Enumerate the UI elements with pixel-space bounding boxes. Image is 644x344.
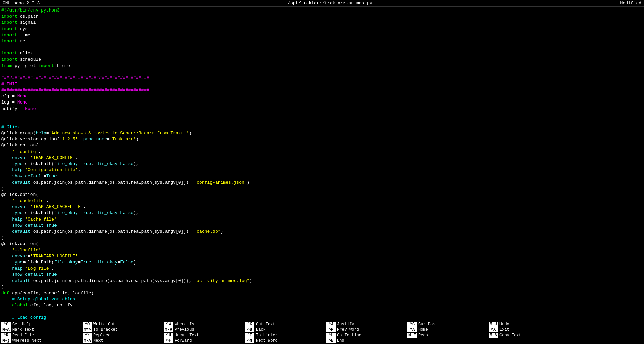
key-forward: ^F: [164, 338, 173, 343]
label-to-bracket: To Bracket: [93, 327, 118, 332]
key-where-is: ^W: [164, 322, 173, 327]
key-back: ^B: [245, 327, 254, 332]
line-51: # Load config: [0, 315, 644, 321]
label-whereis-next: WhereIs Next: [12, 338, 41, 343]
label-undo: Undo: [499, 322, 509, 327]
key-get-help: ^G: [1, 322, 11, 327]
bottom-uncut-text: ^U Uncut Text: [162, 332, 244, 338]
line-34: type=click.Path(file_okay=True, dir_okay…: [0, 210, 644, 216]
bottom-bar: ^G Get Help ^O Write Out ^W Where Is ^K …: [0, 321, 644, 344]
key-prev-word: ^P: [326, 327, 336, 332]
line-17: notify = None: [0, 106, 644, 112]
line-49: global cfg, log, notify: [0, 302, 644, 308]
bottom-previous: M-A Previous: [162, 327, 244, 332]
label-prev-word: Prev Word: [337, 327, 359, 332]
line-1: #!/usr/bin/env python3: [0, 7, 644, 14]
label-exit: Exit: [499, 327, 509, 332]
bottom-mark-text: M-A Mark Text: [0, 327, 81, 332]
key-read-file: ^R: [1, 333, 11, 338]
line-2: import os.path: [0, 14, 644, 20]
line-23: @click.option(: [0, 142, 644, 148]
line-6: import re: [0, 38, 644, 44]
label-copy-text: Copy Text: [499, 333, 521, 338]
line-33: envvar='TRAKTARR_CACHEFILE',: [0, 204, 644, 210]
bottom-exit: ^X Exit: [487, 327, 569, 332]
label-justify: Justify: [337, 322, 354, 327]
key-to-bracket: M=>: [83, 327, 92, 332]
key-end: ^E: [326, 338, 336, 343]
key-to-linter: ^T: [245, 333, 254, 338]
line-36: show_default=True,: [0, 223, 644, 229]
bottom-undo: M-U Undo: [487, 322, 569, 327]
bottom-where-is: ^W Where Is: [162, 322, 244, 327]
line-48: # Setup global variables: [0, 296, 644, 302]
bottom-next-word: ^N Next Word: [244, 338, 325, 343]
key-write-out: ^O: [83, 322, 92, 327]
label-mark-text: Mark Text: [12, 327, 34, 332]
label-uncut-text: Uncut Text: [175, 333, 199, 338]
bottom-justify: ^J Justify: [325, 322, 406, 327]
key-justify: ^J: [326, 322, 336, 327]
label-previous: Previous: [175, 327, 194, 332]
line-10: from pyfiglet import Figlet: [0, 63, 644, 69]
bottom-forward: ^F Forward: [162, 338, 244, 343]
key-copy-text: M-6: [489, 333, 498, 338]
key-exit: ^X: [489, 327, 498, 332]
line-29: default=os.path.join(os.path.dirname(os.…: [0, 180, 644, 186]
key-uncut-text: ^U: [164, 333, 173, 338]
key-redo: M-E: [407, 333, 417, 338]
bottom-write-out: ^O Write Out: [81, 322, 162, 327]
line-26: type=click.Path(file_okay=True, dir_okay…: [0, 161, 644, 167]
line-35: help='Cache file',: [0, 216, 644, 223]
line-21: @click.group(help='Add new shows & movie…: [0, 130, 644, 136]
label-to-linter: To Linter: [256, 333, 278, 338]
line-3: import signal: [0, 20, 644, 26]
line-50: [0, 308, 644, 315]
label-cur-pos: Cur Pos: [418, 322, 435, 327]
title-bar: GNU nano 2.9.3 /opt/traktarr/traktarr-an…: [0, 0, 644, 7]
line-45: default=os.path.join(os.path.dirname(os.…: [0, 278, 644, 284]
line-18: [0, 112, 644, 118]
line-40: '--logfile',: [0, 247, 644, 253]
label-where-is: Where Is: [175, 322, 194, 327]
line-25: envvar='TRAKTARR_CONFIG',: [0, 155, 644, 161]
bottom-read-file: ^R Read File: [0, 332, 81, 338]
line-32: '--cachefile',: [0, 198, 644, 204]
key-mark-text: M-A: [1, 327, 11, 332]
key-previous: M-A: [164, 327, 173, 332]
line-42: type=click.Path(file_okay=True, dir_okay…: [0, 259, 644, 266]
line-9: import schedule: [0, 56, 644, 63]
line-30: ): [0, 186, 644, 192]
bottom-next: M-A Next: [81, 338, 162, 343]
label-end: End: [337, 338, 345, 343]
line-28: show_default=True,: [0, 173, 644, 179]
label-cut-text: Cut Text: [256, 322, 275, 327]
key-cut-text: ^K: [245, 322, 254, 327]
key-go-to-line: ^L: [326, 333, 336, 338]
bottom-copy-text: M-6 Copy Text: [487, 332, 569, 338]
bottom-cur-pos: ^C Cur Pos: [406, 322, 487, 327]
bottom-prev-word: ^P Prev Word: [325, 327, 406, 332]
title-left: GNU nano 2.9.3: [3, 1, 40, 6]
bottom-redo: M-E Redo: [406, 332, 487, 338]
label-read-file: Read File: [12, 333, 34, 338]
key-next: M-A: [83, 338, 92, 343]
line-11: [0, 69, 644, 75]
line-27: help='Configuration file',: [0, 167, 644, 173]
line-24: '--config',: [0, 149, 644, 155]
bottom-back: ^B Back: [244, 327, 325, 332]
key-whereis-next: M-}: [1, 338, 11, 343]
label-replace: Replace: [93, 333, 110, 338]
line-13: # INIT: [0, 81, 644, 87]
line-43: help='Log file',: [0, 266, 644, 272]
label-back: Back: [256, 327, 266, 332]
key-replace: ^\: [83, 333, 92, 338]
bottom-cut-text: ^K Cut Text: [244, 322, 325, 327]
key-next-word: ^N: [245, 338, 254, 343]
bottom-go-to-line: ^L Go To Line: [325, 332, 406, 338]
label-next: Next: [93, 338, 103, 343]
bottom-end: ^E End: [325, 338, 406, 343]
line-16: log = None: [0, 99, 644, 106]
line-44: show_default=True,: [0, 272, 644, 278]
label-go-to-line: Go To Line: [337, 333, 361, 338]
